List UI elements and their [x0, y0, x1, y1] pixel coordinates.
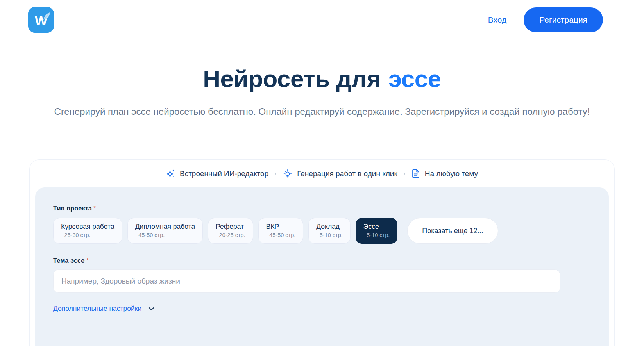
type-card-pages: ~20-25 стр.: [216, 232, 245, 238]
page-title: Нейросеть дляэссе: [0, 65, 644, 93]
brand-logo[interactable]: W: [28, 7, 54, 33]
sparkles-icon: [166, 169, 175, 178]
type-card-title: ВКР: [266, 223, 296, 231]
login-link[interactable]: Вход: [488, 15, 507, 25]
type-card-diplomnaya[interactable]: Дипломная работа ~45-50 стр.: [127, 218, 203, 244]
type-card-pages: ~45-50 стр.: [266, 232, 296, 238]
features-row: Встроенный ИИ-редактор Генерация работ в…: [30, 160, 614, 187]
page-title-highlight: эссе: [388, 65, 441, 92]
header: W Вход Регистрация: [0, 0, 644, 33]
hero-section: Нейросеть дляэссе Сгенерируй план эссе н…: [0, 65, 644, 119]
type-card-referat[interactable]: Реферат ~20-25 стр.: [208, 218, 253, 244]
page-title-prefix: Нейросеть для: [203, 65, 381, 92]
feature-label: На любую тему: [425, 169, 478, 178]
type-card-kursovaya[interactable]: Курсовая работа ~25-30 стр.: [53, 218, 122, 244]
lightbulb-icon: [283, 169, 293, 179]
separator-dot: [275, 173, 276, 175]
type-card-esse-selected[interactable]: Эссе ~5-10 стр.: [356, 218, 398, 244]
document-icon: [411, 169, 420, 178]
type-card-title: Доклад: [316, 223, 343, 231]
feather-icon: [41, 12, 51, 22]
separator-dot: [404, 173, 405, 175]
chevron-down-icon: [148, 305, 155, 312]
required-mark: *: [86, 257, 88, 264]
feature-ai-editor: Встроенный ИИ-редактор: [166, 169, 268, 178]
topic-label: Тема эссе*: [53, 257, 591, 264]
type-card-pages: ~25-30 стр.: [61, 232, 114, 238]
generator-card: Встроенный ИИ-редактор Генерация работ в…: [29, 159, 615, 346]
feature-label: Генерация работ в один клик: [297, 169, 397, 178]
advanced-settings-label: Дополнительные настройки: [53, 305, 141, 313]
topic-label-text: Тема эссе: [53, 257, 84, 264]
type-card-title: Курсовая работа: [61, 223, 114, 231]
required-mark: *: [93, 205, 96, 212]
type-card-doklad[interactable]: Доклад ~5-10 стр.: [308, 218, 351, 244]
project-type-label-text: Тип проекта: [53, 205, 92, 212]
type-card-pages: ~45-50 стр.: [135, 232, 195, 238]
type-card-pages: ~5-10 стр.: [316, 232, 343, 238]
signup-button[interactable]: Регистрация: [524, 7, 603, 32]
type-card-pages: ~5-10 стр.: [363, 232, 390, 238]
project-type-label: Тип проекта*: [53, 205, 591, 212]
type-card-title: Дипломная работа: [135, 223, 195, 231]
hero-subtitle: Сгенерируй план эссе нейросетью бесплатн…: [50, 104, 594, 119]
feature-one-click: Генерация работ в один клик: [283, 169, 397, 179]
show-more-button[interactable]: Показать еще 12...: [407, 218, 498, 244]
feature-any-topic: На любую тему: [411, 169, 478, 178]
topic-input[interactable]: [53, 269, 560, 293]
header-actions: Вход Регистрация: [488, 7, 603, 32]
advanced-settings-toggle[interactable]: Дополнительные настройки: [53, 305, 155, 313]
topic-field-block: Тема эссе*: [53, 257, 591, 293]
project-type-options: Курсовая работа ~25-30 стр. Дипломная ра…: [53, 218, 591, 244]
type-card-title: Реферат: [216, 223, 245, 231]
generator-panel: Тип проекта* Курсовая работа ~25-30 стр.…: [35, 187, 609, 346]
feature-label: Встроенный ИИ-редактор: [180, 169, 268, 178]
type-card-title: Эссе: [363, 223, 390, 231]
type-card-vkr[interactable]: ВКР ~45-50 стр.: [258, 218, 304, 244]
